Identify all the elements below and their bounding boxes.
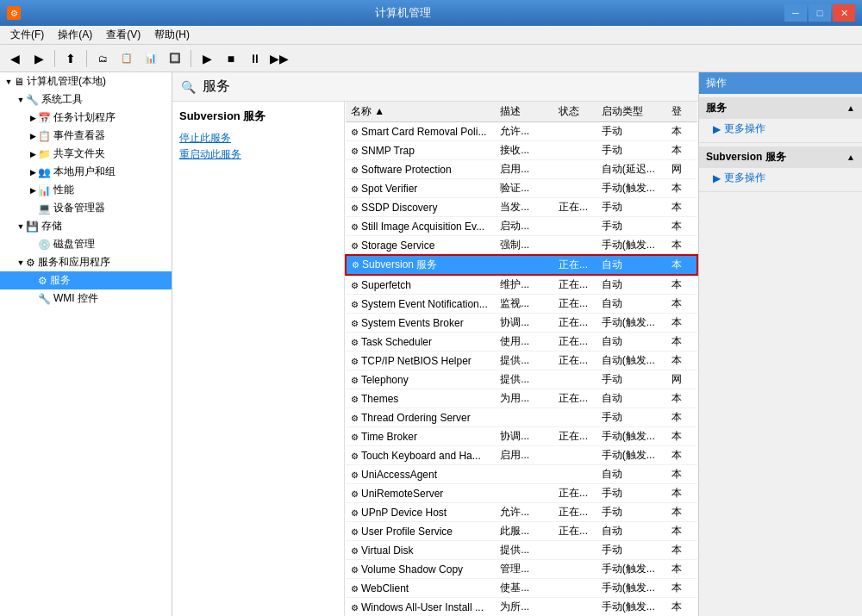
- tree-item-11[interactable]: ⚙服务: [0, 271, 172, 289]
- col-header-logon[interactable]: 登: [666, 102, 697, 122]
- cell-starttype-22: 手动: [597, 541, 667, 560]
- cell-starttype-25: 手动(触发...: [597, 598, 667, 617]
- tree-item-10[interactable]: ▼⚙服务和应用程序: [0, 253, 172, 271]
- cell-status-16: 正在...: [553, 427, 597, 446]
- cell-logon-6: 本: [666, 236, 697, 256]
- tree-item-4[interactable]: ▶📁共享文件夹: [0, 145, 172, 163]
- cell-starttype-10: 手动(触发...: [597, 314, 667, 333]
- table-row[interactable]: ⚙Windows All-User Install ...为所...手动(触发.…: [346, 598, 697, 617]
- table-row[interactable]: ⚙User Profile Service此服...正在...自动本: [346, 522, 697, 541]
- main-layout: ▼🖥计算机管理(本地)▼🔧系统工具▶📅任务计划程序▶📋事件查看器▶📁共享文件夹▶…: [0, 72, 862, 616]
- toolbar-back[interactable]: ◀: [3, 48, 26, 69]
- table-row[interactable]: ⚙Virtual Disk提供...手动本: [346, 541, 697, 560]
- table-row[interactable]: ⚙TCP/IP NetBIOS Helper提供...正在...自动(触发...…: [346, 352, 697, 370]
- tree-item-3[interactable]: ▶📋事件查看器: [0, 127, 172, 145]
- tree-item-5[interactable]: ▶👥本地用户和组: [0, 163, 172, 181]
- toolbar-view3[interactable]: 🔲: [164, 48, 186, 69]
- more-ops-icon-1: ▶: [713, 123, 721, 135]
- tree-arrow-4: ▶: [28, 150, 38, 159]
- cell-starttype-20: 手动: [597, 503, 667, 522]
- tree-arrow-10: ▼: [16, 258, 26, 267]
- stop-service-link[interactable]: 停止此服务: [179, 131, 337, 146]
- toolbar-show-hide[interactable]: 🗂: [91, 48, 114, 69]
- cell-logon-1: 本: [666, 141, 697, 160]
- table-row[interactable]: ⚙System Events Broker协调...正在...手动(触发...本: [346, 314, 697, 333]
- table-row[interactable]: ⚙WebClient使基...手动(触发...本: [346, 579, 697, 598]
- cell-status-6: [553, 236, 597, 256]
- toolbar-restart[interactable]: ▶▶: [268, 48, 290, 69]
- col-header-desc[interactable]: 描述: [495, 102, 553, 122]
- cell-name-21: ⚙User Profile Service: [346, 522, 495, 541]
- toolbar-stop[interactable]: ■: [220, 48, 242, 69]
- table-row[interactable]: ⚙Smart Card Removal Poli...允许...手动本: [346, 122, 697, 141]
- cell-starttype-1: 手动: [597, 141, 667, 160]
- table-row[interactable]: ⚙UniRemoteServer正在...手动本: [346, 484, 697, 503]
- restart-service-link[interactable]: 重启动此服务: [179, 147, 337, 162]
- table-row[interactable]: ⚙Still Image Acquisition Ev...启动...手动本: [346, 217, 697, 236]
- tree-item-1[interactable]: ▼🔧系统工具: [0, 90, 172, 109]
- table-row[interactable]: ⚙Volume Shadow Copy管理...手动(触发...本: [346, 560, 697, 579]
- tree-item-9[interactable]: 💿磁盘管理: [0, 235, 172, 253]
- table-row[interactable]: ⚙Software Protection启用...自动(延迟...网: [346, 160, 697, 179]
- menu-file[interactable]: 文件(F): [3, 26, 51, 44]
- cell-desc-3: 验证...: [495, 179, 553, 198]
- table-row[interactable]: ⚙UniAccessAgent自动本: [346, 465, 697, 484]
- action-more-ops-2[interactable]: ▶ 更多操作: [699, 168, 862, 188]
- tree-container: ▼🖥计算机管理(本地)▼🔧系统工具▶📅任务计划程序▶📋事件查看器▶📁共享文件夹▶…: [0, 72, 172, 308]
- table-row[interactable]: ⚙Touch Keyboard and Ha...启用...手动(触发...本: [346, 446, 697, 465]
- cell-status-10: 正在...: [553, 314, 597, 333]
- col-header-name[interactable]: 名称 ▲: [346, 102, 495, 122]
- toolbar-pause[interactable]: ⏸: [244, 48, 266, 69]
- cell-logon-10: 本: [666, 314, 697, 333]
- cell-name-25: ⚙Windows All-User Install ...: [346, 598, 495, 617]
- tree-item-2[interactable]: ▶📅任务计划程序: [0, 109, 172, 127]
- tree-item-12[interactable]: 🔧WMI 控件: [0, 289, 172, 308]
- tree-arrow-2: ▶: [28, 114, 38, 122]
- col-header-starttype[interactable]: 启动类型: [597, 102, 667, 122]
- table-row[interactable]: ⚙Subversion 服务正在...自动本: [346, 255, 697, 275]
- toolbar-view1[interactable]: 📋: [116, 48, 138, 69]
- table-row[interactable]: ⚙Storage Service强制...手动(触发...本: [346, 236, 697, 256]
- close-button[interactable]: ✕: [833, 4, 855, 22]
- cell-desc-4: 当发...: [495, 198, 553, 217]
- toolbar-view2[interactable]: 📊: [140, 48, 162, 69]
- left-panel: ▼🖥计算机管理(本地)▼🔧系统工具▶📅任务计划程序▶📋事件查看器▶📁共享文件夹▶…: [0, 72, 172, 616]
- cell-starttype-0: 手动: [597, 122, 667, 141]
- tree-item-8[interactable]: ▼💾存储: [0, 217, 172, 235]
- table-row[interactable]: ⚙UPnP Device Host允许...正在...手动本: [346, 503, 697, 522]
- table-row[interactable]: ⚙Spot Verifier验证...手动(触发...本: [346, 179, 697, 198]
- tree-item-7[interactable]: 💻设备管理器: [0, 199, 172, 217]
- cell-desc-19: [495, 484, 553, 503]
- table-row[interactable]: ⚙Task Scheduler使用...正在...自动本: [346, 333, 697, 352]
- table-row[interactable]: ⚙System Event Notification...监视...正在...自…: [346, 295, 697, 314]
- cell-starttype-18: 自动: [597, 465, 667, 484]
- table-row[interactable]: ⚙Thread Ordering Server手动本: [346, 408, 697, 427]
- tree-arrow-3: ▶: [28, 132, 38, 140]
- table-row[interactable]: ⚙Themes为用...正在...自动本: [346, 389, 697, 408]
- cell-status-11: 正在...: [553, 333, 597, 352]
- tree-label-2: 任务计划程序: [53, 110, 116, 125]
- toolbar-sep2: [86, 50, 87, 67]
- table-row[interactable]: ⚙SNMP Trap接收...手动本: [346, 141, 697, 160]
- tree-item-0[interactable]: ▼🖥计算机管理(本地): [0, 72, 172, 90]
- menu-help[interactable]: 帮助(H): [147, 26, 197, 44]
- table-row[interactable]: ⚙Time Broker协调...正在...手动(触发...本: [346, 427, 697, 446]
- tree-item-6[interactable]: ▶📊性能: [0, 181, 172, 199]
- col-header-status[interactable]: 状态: [553, 102, 597, 122]
- toolbar-up[interactable]: ⬆: [59, 48, 82, 69]
- table-row[interactable]: ⚙Superfetch维护...正在...自动本: [346, 275, 697, 295]
- menu-view[interactable]: 查看(V): [99, 26, 147, 44]
- toolbar-play[interactable]: ▶: [196, 48, 218, 69]
- minimize-button[interactable]: ─: [784, 4, 807, 22]
- table-row[interactable]: ⚙Telephony提供...手动网: [346, 370, 697, 389]
- cell-status-1: [553, 141, 597, 160]
- table-row[interactable]: ⚙SSDP Discovery当发...正在...手动本: [346, 198, 697, 217]
- menu-action[interactable]: 操作(A): [51, 26, 99, 44]
- maximize-button[interactable]: □: [809, 4, 831, 22]
- toolbar-forward[interactable]: ▶: [28, 48, 50, 69]
- cell-name-8: ⚙Superfetch: [346, 275, 495, 295]
- cell-desc-21: 此服...: [495, 522, 553, 541]
- action-more-ops-1[interactable]: ▶ 更多操作: [699, 119, 862, 139]
- tree-icon-11: ⚙: [38, 275, 47, 287]
- cell-desc-23: 管理...: [495, 560, 553, 579]
